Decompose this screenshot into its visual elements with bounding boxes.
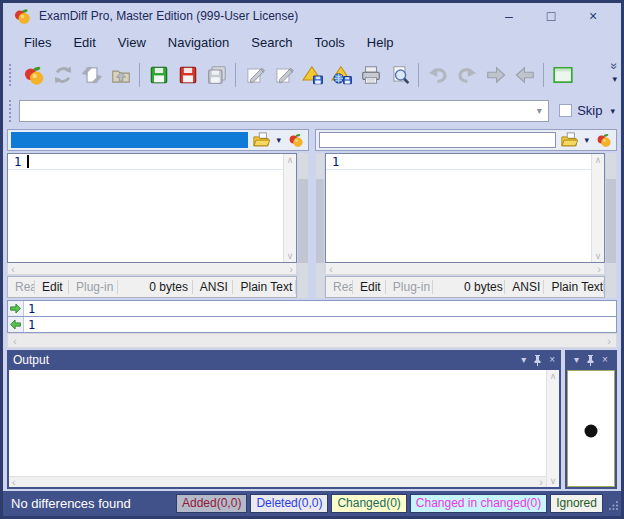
scroll-left-icon[interactable]: ‹ bbox=[12, 477, 16, 487]
scroll-left-icon[interactable]: ‹ bbox=[11, 264, 15, 274]
right-browse-button[interactable] bbox=[560, 132, 578, 148]
menu-bar: Files Edit View Navigation Search Tools … bbox=[3, 29, 621, 56]
open-files-button[interactable] bbox=[106, 61, 135, 89]
scroll-right-icon[interactable]: › bbox=[597, 264, 601, 274]
right-diff-map-left[interactable] bbox=[316, 153, 324, 298]
open-folder-up-icon bbox=[110, 64, 132, 86]
output-hscrollbar[interactable]: ‹ › bbox=[9, 476, 546, 487]
right-editor-hscrollbar[interactable]: ‹ › bbox=[325, 263, 605, 275]
left-plugin-toggle[interactable]: Plug-in bbox=[69, 280, 118, 294]
filter-combobox[interactable]: ▾ bbox=[19, 100, 549, 122]
right-editor-vscrollbar[interactable]: ∧ ∨ bbox=[591, 154, 604, 262]
copy-to-left-button[interactable] bbox=[8, 317, 24, 332]
maximize-icon[interactable]: □ bbox=[543, 8, 559, 24]
left-path-field[interactable] bbox=[11, 132, 248, 148]
combo-dropdown-icon[interactable]: ▾ bbox=[530, 105, 548, 116]
previous-difference-icon bbox=[514, 64, 536, 86]
left-pane: ▾ 1 ∧ ∨ bbox=[7, 129, 309, 298]
scroll-up-icon[interactable]: ∧ bbox=[287, 154, 294, 166]
skip-dropdown-icon[interactable]: ▾ bbox=[608, 106, 621, 116]
scroll-down-icon[interactable]: ∨ bbox=[595, 250, 602, 262]
first-file-line-text[interactable]: 1 bbox=[24, 302, 616, 316]
undo-button[interactable] bbox=[423, 61, 452, 89]
right-pane-statusbar: Read Edit Plug-in 0 bytes ANSI Plain Tex… bbox=[325, 276, 605, 298]
app-logo-icon bbox=[13, 7, 31, 25]
badge-changed[interactable]: Changed(0) bbox=[331, 494, 406, 513]
scroll-right-icon[interactable]: › bbox=[539, 477, 543, 487]
print-button[interactable] bbox=[356, 61, 385, 89]
toolbar-grip[interactable] bbox=[9, 64, 13, 86]
next-difference-button[interactable] bbox=[481, 61, 510, 89]
edit-second-button[interactable] bbox=[269, 61, 298, 89]
save-first-button[interactable] bbox=[144, 61, 173, 89]
print-preview-button[interactable] bbox=[385, 61, 414, 89]
badge-ignored[interactable]: Ignored bbox=[550, 494, 603, 513]
menu-navigation[interactable]: Navigation bbox=[157, 31, 240, 54]
scroll-down-icon[interactable]: ∨ bbox=[550, 475, 557, 487]
scroll-down-icon[interactable]: ∨ bbox=[287, 250, 294, 262]
badge-changed-in-changed[interactable]: Changed in changed(0) bbox=[410, 494, 547, 513]
close-icon[interactable]: × bbox=[585, 8, 601, 24]
left-diff-map[interactable] bbox=[298, 153, 308, 298]
left-editor-hscrollbar[interactable]: ‹ › bbox=[7, 263, 297, 275]
save-differences-html-button[interactable] bbox=[327, 61, 356, 89]
second-file-line-text[interactable]: 1 bbox=[24, 318, 616, 332]
left-edit-toggle[interactable]: Edit bbox=[35, 280, 69, 294]
show-panels-button[interactable] bbox=[548, 61, 577, 89]
minimize-icon[interactable]: – bbox=[501, 8, 517, 24]
swap-recompare-button[interactable] bbox=[77, 61, 106, 89]
copy-to-right-button[interactable] bbox=[8, 301, 24, 316]
refresh-button[interactable] bbox=[48, 61, 77, 89]
right-plugin-toggle[interactable]: Plug-in bbox=[386, 280, 433, 294]
right-readonly-toggle[interactable]: Read bbox=[326, 280, 353, 294]
pin-icon[interactable] bbox=[586, 355, 595, 366]
menu-edit[interactable]: Edit bbox=[62, 31, 106, 54]
output-vscrollbar[interactable]: ∧ ∨ bbox=[546, 370, 559, 487]
panel-menu-icon[interactable]: ▾ bbox=[574, 355, 579, 365]
save-both-button[interactable] bbox=[202, 61, 231, 89]
right-edit-toggle[interactable]: Edit bbox=[353, 280, 386, 294]
edit-first-button[interactable] bbox=[240, 61, 269, 89]
panel-close-icon[interactable]: × bbox=[549, 355, 555, 365]
menu-search[interactable]: Search bbox=[240, 31, 303, 54]
resize-grip-icon[interactable] bbox=[609, 496, 619, 514]
toolbar-overflow-button[interactable]: » ▾ bbox=[612, 60, 617, 84]
line-inspector-row-first: 1 bbox=[7, 300, 617, 317]
scroll-left-icon[interactable]: ‹ bbox=[13, 336, 17, 346]
scroll-up-icon[interactable]: ∧ bbox=[595, 154, 602, 166]
right-editor[interactable]: 1 ∧ ∨ bbox=[325, 153, 605, 263]
compare-button[interactable] bbox=[19, 61, 48, 89]
left-editor[interactable]: 1 ∧ ∨ bbox=[7, 153, 297, 263]
filter-toolbar-grip[interactable] bbox=[9, 100, 13, 122]
skip-checkbox[interactable] bbox=[559, 104, 572, 117]
right-diff-map[interactable] bbox=[606, 153, 616, 298]
badge-deleted[interactable]: Deleted(0,0) bbox=[250, 494, 328, 513]
panel-close-icon[interactable]: × bbox=[602, 355, 608, 365]
right-path-field[interactable] bbox=[319, 132, 556, 148]
menu-view[interactable]: View bbox=[107, 31, 157, 54]
scroll-right-icon[interactable]: › bbox=[607, 336, 611, 346]
scroll-right-icon[interactable]: › bbox=[289, 264, 293, 274]
previous-difference-button[interactable] bbox=[510, 61, 539, 89]
right-browse-dropdown-icon[interactable]: ▾ bbox=[582, 135, 591, 145]
badge-added[interactable]: Added(0,0) bbox=[176, 494, 247, 513]
menu-help[interactable]: Help bbox=[356, 31, 405, 54]
right-compare-button[interactable] bbox=[595, 132, 613, 148]
save-differences-button[interactable] bbox=[298, 61, 327, 89]
pin-icon[interactable] bbox=[533, 355, 542, 366]
left-compare-button[interactable] bbox=[287, 132, 305, 148]
left-readonly-toggle[interactable]: Read bbox=[8, 280, 35, 294]
toolbar-separator bbox=[139, 63, 140, 87]
save-second-button[interactable] bbox=[173, 61, 202, 89]
left-browse-button[interactable] bbox=[252, 132, 270, 148]
panel-menu-icon[interactable]: ▾ bbox=[521, 355, 526, 365]
scroll-up-icon[interactable]: ∧ bbox=[550, 370, 557, 382]
menu-files[interactable]: Files bbox=[13, 31, 62, 54]
redo-button[interactable] bbox=[452, 61, 481, 89]
scroll-left-icon[interactable]: ‹ bbox=[329, 264, 333, 274]
left-editor-vscrollbar[interactable]: ∧ ∨ bbox=[283, 154, 296, 262]
open-folder-icon bbox=[560, 132, 578, 148]
menu-tools[interactable]: Tools bbox=[303, 31, 355, 54]
line-inspector-hscrollbar[interactable]: ‹ › bbox=[7, 333, 617, 348]
left-browse-dropdown-icon[interactable]: ▾ bbox=[274, 135, 283, 145]
